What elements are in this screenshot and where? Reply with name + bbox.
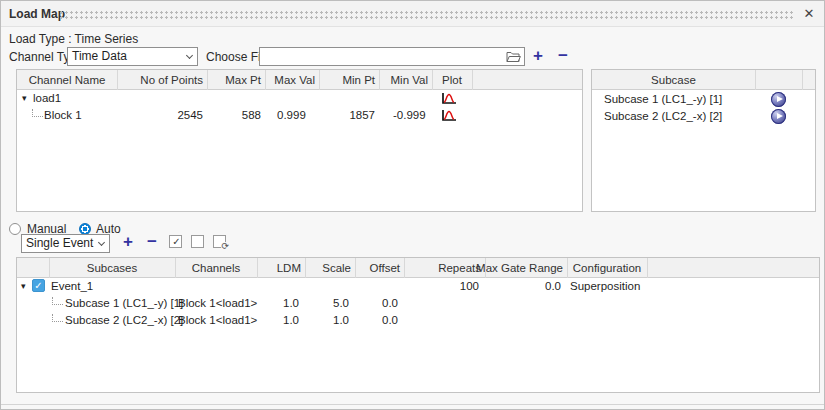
chevron-down-icon bbox=[98, 239, 105, 246]
folder-icon[interactable] bbox=[506, 51, 521, 66]
manual-radio[interactable] bbox=[9, 223, 21, 235]
col-plot[interactable]: Plot bbox=[432, 70, 472, 90]
event-checkbox[interactable]: ✓ bbox=[32, 279, 45, 292]
uncheck-all-icon[interactable] bbox=[191, 235, 204, 248]
min-val-value: -0.999 bbox=[393, 107, 426, 124]
configuration-value: Superposition bbox=[570, 278, 640, 295]
offset-value: 0.0 bbox=[382, 312, 398, 329]
channel-type-select[interactable]: Time Data bbox=[67, 47, 198, 66]
channel-table: Channel Name No of Points Max Pt Max Val… bbox=[16, 69, 583, 212]
tree-elbow bbox=[52, 297, 63, 305]
col-max-gate-range[interactable]: Max Gate Range bbox=[476, 258, 563, 278]
col-repeats[interactable]: Repeats bbox=[438, 258, 481, 278]
ldm-value: 1.0 bbox=[283, 312, 299, 329]
chevron-down-icon bbox=[186, 52, 193, 59]
channel-type-value: Time Data bbox=[72, 48, 127, 65]
channel-name: Block 1 bbox=[44, 107, 82, 124]
subcase-panel: Subcase Subcase 1 (LC1_-y) [1] Subcase 2… bbox=[591, 69, 816, 212]
subcase-label: Subcase 2 (LC2_-x) [2] bbox=[604, 108, 722, 125]
channel-name: load1 bbox=[33, 90, 61, 107]
add-channel-button[interactable]: + bbox=[533, 46, 543, 65]
event-table-header: Subcases Channels LDM Scale Offset Repea… bbox=[17, 258, 819, 278]
event-table: Subcases Channels LDM Scale Offset Repea… bbox=[16, 257, 820, 393]
subcase-label: Subcase 1 (LC1_-y) [1] bbox=[604, 91, 722, 108]
ldm-value: 1.0 bbox=[283, 295, 299, 312]
channel-value: Block 1<load1> bbox=[178, 312, 257, 329]
title-bar: Load Map ✕ bbox=[1, 1, 824, 27]
scale-value: 1.0 bbox=[333, 312, 349, 329]
col-min-pt[interactable]: Min Pt bbox=[342, 70, 375, 90]
col-channels[interactable]: Channels bbox=[175, 258, 257, 278]
subcase-panel-header: Subcase bbox=[592, 70, 815, 90]
col-configuration[interactable]: Configuration bbox=[567, 258, 647, 278]
table-row[interactable]: ▾ ✓ Event_1 100 0.0 Superposition bbox=[17, 278, 819, 295]
channel-value: Block 1<load1> bbox=[178, 295, 257, 312]
choose-file-input[interactable] bbox=[259, 47, 525, 66]
col-max-pt[interactable]: Max Pt bbox=[225, 70, 261, 90]
load-type-label: Load Type : Time Series bbox=[9, 32, 138, 46]
remove-event-button[interactable]: − bbox=[147, 232, 157, 251]
col-offset[interactable]: Offset bbox=[370, 258, 400, 278]
col-no-of-points[interactable]: No of Points bbox=[140, 70, 203, 90]
col-subcase[interactable]: Subcase bbox=[592, 70, 755, 90]
add-event-button[interactable]: + bbox=[123, 232, 133, 251]
min-pt-value: 1857 bbox=[349, 107, 375, 124]
bottom-divider bbox=[1, 404, 824, 405]
play-icon[interactable] bbox=[771, 92, 786, 107]
close-icon[interactable]: ✕ bbox=[801, 6, 817, 21]
scale-value: 5.0 bbox=[333, 295, 349, 312]
subcase-label: Subcase 2 (LC2_-x) [2] bbox=[65, 312, 183, 329]
plot-icon[interactable] bbox=[441, 109, 457, 125]
drag-handle[interactable] bbox=[59, 10, 794, 19]
channel-table-header: Channel Name No of Points Max Pt Max Val… bbox=[17, 70, 582, 90]
table-row[interactable]: Subcase 2 (LC2_-x) [2] Block 1<load1> 1.… bbox=[17, 312, 819, 329]
check-all-icon[interactable]: ✓ bbox=[169, 235, 182, 248]
max-pt-value: 588 bbox=[242, 107, 261, 124]
no-of-points-value: 2545 bbox=[177, 107, 203, 124]
list-item[interactable]: Subcase 1 (LC1_-y) [1] bbox=[592, 91, 815, 108]
event-type-select[interactable]: Single Event bbox=[21, 234, 110, 253]
plot-icon[interactable] bbox=[441, 92, 457, 108]
col-scale[interactable]: Scale bbox=[322, 258, 351, 278]
event-type-value: Single Event bbox=[26, 235, 93, 252]
tree-expander-icon[interactable]: ▾ bbox=[21, 281, 26, 291]
tree-expander-icon[interactable]: ▾ bbox=[22, 93, 27, 103]
page-title: Load Map bbox=[9, 7, 65, 21]
max-val-value: 0.999 bbox=[277, 107, 306, 124]
tree-elbow bbox=[52, 314, 63, 322]
repeats-value: 100 bbox=[460, 278, 479, 295]
load-map-panel: Load Map ✕ Load Type : Time Series Chann… bbox=[0, 0, 825, 410]
col-max-val[interactable]: Max Val bbox=[274, 70, 315, 90]
list-item[interactable]: Subcase 2 (LC2_-x) [2] bbox=[592, 108, 815, 125]
play-icon[interactable] bbox=[771, 109, 786, 124]
col-ldm[interactable]: LDM bbox=[277, 258, 301, 278]
table-row[interactable]: Subcase 1 (LC1_-y) [1] Block 1<load1> 1.… bbox=[17, 295, 819, 312]
reverse-check-icon[interactable]: ⟳ bbox=[213, 235, 226, 248]
remove-channel-button[interactable]: − bbox=[558, 46, 568, 65]
max-gate-range-value: 0.0 bbox=[545, 278, 561, 295]
col-min-val[interactable]: Min Val bbox=[391, 70, 429, 90]
event-label: Event_1 bbox=[51, 278, 93, 295]
subcase-label: Subcase 1 (LC1_-y) [1] bbox=[65, 295, 183, 312]
col-channel-name[interactable]: Channel Name bbox=[17, 70, 117, 90]
table-row[interactable]: Block 1 2545 588 0.999 1857 -0.999 bbox=[17, 107, 582, 124]
tree-elbow bbox=[32, 109, 43, 117]
col-subcases[interactable]: Subcases bbox=[49, 258, 175, 278]
offset-value: 0.0 bbox=[382, 295, 398, 312]
table-row[interactable]: ▾ load1 bbox=[17, 90, 582, 107]
